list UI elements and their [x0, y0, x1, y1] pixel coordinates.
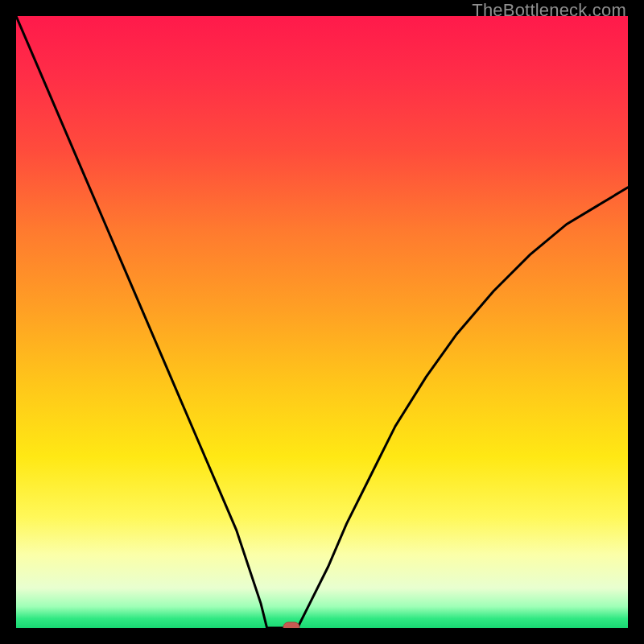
- watermark-text: TheBottleneck.com: [472, 0, 626, 21]
- optimal-marker: [283, 622, 299, 628]
- chart-frame: [16, 16, 628, 628]
- bottleneck-chart: [16, 16, 628, 628]
- gradient-rect: [16, 16, 628, 628]
